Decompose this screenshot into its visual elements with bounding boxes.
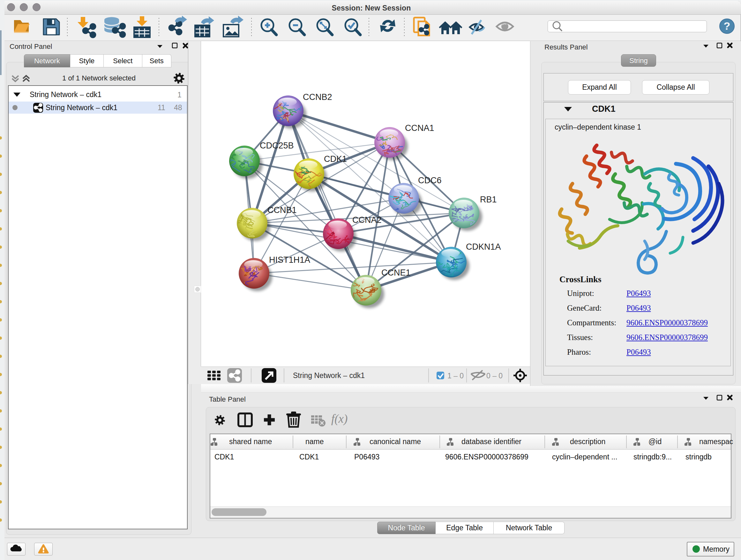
svg-text:CCNA2: CCNA2 xyxy=(352,215,382,225)
svg-text:CCNB2: CCNB2 xyxy=(303,92,332,102)
svg-text:CCNB1: CCNB1 xyxy=(267,205,297,215)
svg-text:CDKN1A: CDKN1A xyxy=(466,242,501,252)
svg-text:CDC6: CDC6 xyxy=(418,176,442,185)
svg-text:CCNA1: CCNA1 xyxy=(405,123,434,133)
svg-text:CDC25B: CDC25B xyxy=(260,141,294,150)
svg-text:CDK1: CDK1 xyxy=(324,154,347,164)
svg-text:HIST1H1A: HIST1H1A xyxy=(269,255,310,265)
svg-text:CCNE1: CCNE1 xyxy=(381,268,411,277)
svg-text:RB1: RB1 xyxy=(480,195,497,204)
svg-text:?: ? xyxy=(724,20,731,32)
